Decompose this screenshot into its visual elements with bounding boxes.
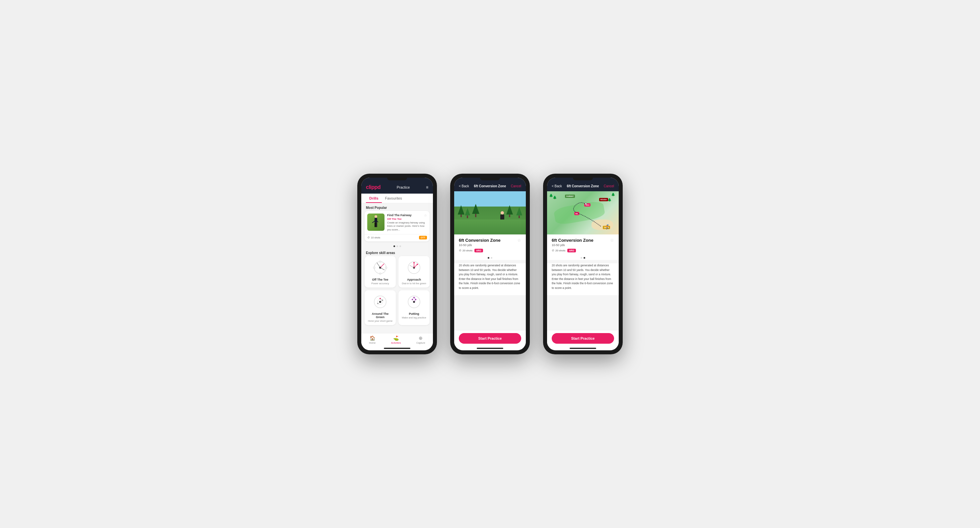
start-practice-button-2[interactable]: Start Practice bbox=[459, 333, 521, 344]
clock-icon: ⏱ bbox=[367, 236, 370, 239]
skill-card-approach[interactable]: Approach Dial-in to hit the green bbox=[398, 256, 430, 287]
drill-meta-3: ⏱ 20 shots ARG bbox=[552, 249, 614, 252]
skill-card-off-the-tee[interactable]: Off The Tee Power accuracy bbox=[364, 256, 396, 287]
start-practice-section-3: Start Practice bbox=[547, 330, 619, 346]
tree-1 bbox=[458, 205, 465, 217]
explore-label: Explore skill areas bbox=[361, 249, 433, 256]
golf-scene bbox=[454, 191, 526, 234]
map-golfer: 🏌️ bbox=[605, 224, 611, 230]
app-logo: clippd bbox=[366, 184, 380, 190]
start-practice-button-3[interactable]: Start Practice bbox=[552, 333, 614, 344]
svg-point-20 bbox=[414, 262, 415, 263]
spacer-3 bbox=[547, 260, 619, 263]
drill-header-title-3: 6ft Conversion Zone bbox=[567, 184, 599, 188]
svg-rect-5 bbox=[376, 222, 377, 227]
favourite-star-2[interactable]: ☆ bbox=[517, 238, 521, 243]
main-content: Most Popular bbox=[361, 203, 433, 333]
back-button-3[interactable]: < Back bbox=[552, 184, 562, 188]
home-indicator-2 bbox=[477, 348, 503, 349]
featured-drill-card[interactable]: Find The Fairway Off The Tee ☆ Create an… bbox=[364, 211, 430, 241]
s3-dot-1 bbox=[581, 257, 582, 259]
svg-rect-4 bbox=[375, 222, 376, 227]
nav-activities-label: Activities bbox=[391, 341, 401, 345]
golfer-icon bbox=[371, 215, 381, 230]
s2-dot-1 bbox=[488, 257, 489, 259]
drill-meta-2: ⏱ 20 shots ARG bbox=[459, 249, 521, 252]
skill-name-putting: Putting bbox=[409, 312, 419, 316]
cancel-button-3[interactable]: Cancel bbox=[604, 184, 614, 188]
svg-line-18 bbox=[414, 264, 417, 268]
phone-notch bbox=[387, 178, 407, 180]
drill-card-description: Create an imaginary fairway using trees … bbox=[387, 221, 427, 232]
skill-card-around-green[interactable]: Around The Green Hone your short game bbox=[364, 290, 396, 325]
skill-sub-ott: Power accuracy bbox=[371, 282, 389, 285]
most-popular-label: Most Popular bbox=[361, 203, 433, 211]
shots-info-2: ⏱ 20 shots bbox=[459, 249, 473, 252]
cancel-button-2[interactable]: Cancel bbox=[511, 184, 521, 188]
hamburger-icon[interactable]: ≡ bbox=[426, 185, 428, 190]
drill-range-3: 10-50 yds bbox=[552, 243, 593, 247]
golf-map: 🌲 🌲 🌲 🌲 FAIRWAY ROUGH SAND Miss Hit bbox=[547, 191, 619, 234]
skill-name-ott: Off The Tee bbox=[372, 278, 388, 281]
tree-2 bbox=[465, 208, 470, 218]
home-indicator bbox=[384, 348, 410, 349]
svg-point-21 bbox=[417, 264, 418, 265]
drill-hero-image-2 bbox=[454, 191, 526, 234]
drill-range-2: 10-50 yds bbox=[459, 243, 501, 247]
svg-point-27 bbox=[377, 303, 379, 304]
svg-point-38 bbox=[585, 203, 587, 204]
svg-line-19 bbox=[410, 265, 414, 268]
drill-description-3: 20 shots are randomly generated at dista… bbox=[547, 263, 619, 295]
drill-card-subtitle: Off The Tee bbox=[387, 217, 412, 220]
home-indicator-3 bbox=[570, 348, 596, 349]
drill-header-title-2: 6ft Conversion Zone bbox=[474, 184, 506, 188]
tab-favourites[interactable]: Favourites bbox=[382, 194, 406, 203]
around-green-icon bbox=[372, 294, 388, 310]
phone-notch-3 bbox=[573, 178, 593, 180]
favourite-star-3[interactable]: ☆ bbox=[610, 238, 614, 243]
drill-description-2: 20 shots are randomly generated at dista… bbox=[454, 263, 526, 295]
skill-name-approach: Approach bbox=[407, 278, 421, 281]
back-button-2[interactable]: < Back bbox=[459, 184, 469, 188]
clock-icon-2: ⏱ bbox=[459, 249, 461, 252]
tree-4 bbox=[516, 207, 522, 218]
nav-home[interactable]: 🏠 Home bbox=[369, 335, 375, 345]
drill-title-2: 6ft Conversion Zone bbox=[459, 238, 501, 243]
green-ground bbox=[454, 220, 526, 235]
phone-screen-3: < Back 6ft Conversion Zone Cancel 🌲 🌲 🌲 … bbox=[543, 174, 623, 354]
svg-line-35 bbox=[414, 298, 416, 300]
phone-notch-2 bbox=[480, 178, 500, 180]
activities-icon: ⛳ bbox=[393, 335, 399, 341]
svg-line-12 bbox=[380, 264, 384, 268]
drill-card-title: Find The Fairway bbox=[387, 214, 412, 217]
shots-info-3: ⏱ 20 shots bbox=[552, 249, 565, 252]
drill-card-info: Find The Fairway Off The Tee ☆ Create an… bbox=[387, 214, 427, 231]
drill-info-2: 6ft Conversion Zone 10-50 yds ☆ ⏱ 20 sho… bbox=[454, 234, 526, 255]
svg-line-14 bbox=[380, 268, 385, 270]
off-tee-icon bbox=[372, 259, 388, 276]
tab-drills[interactable]: Drills bbox=[366, 194, 382, 203]
nav-activities[interactable]: ⛳ Activities bbox=[391, 335, 401, 345]
spacer-2 bbox=[454, 260, 526, 263]
shots-label: ⏱ 10 shots bbox=[367, 236, 380, 239]
s2-dot-2 bbox=[491, 257, 492, 259]
skill-card-putting[interactable]: Putting Make and lag practice bbox=[398, 290, 430, 325]
drill-content-2: 6ft Conversion Zone 10-50 yds ☆ ⏱ 20 sho… bbox=[454, 234, 526, 330]
dot-3 bbox=[399, 246, 401, 247]
skill-areas-grid: Off The Tee Power accuracy Approach bbox=[361, 256, 433, 328]
capture-icon: ⊕ bbox=[419, 335, 423, 341]
drill-hero-map: 🌲 🌲 🌲 🌲 FAIRWAY ROUGH SAND Miss Hit bbox=[547, 191, 619, 234]
s3-dot-2 bbox=[584, 257, 585, 259]
clock-icon-3: ⏱ bbox=[552, 249, 554, 252]
dot-1 bbox=[393, 246, 395, 247]
ott-badge: OTT bbox=[419, 236, 427, 239]
nav-capture[interactable]: ⊕ Capture bbox=[416, 335, 425, 345]
carousel-dots-2 bbox=[454, 255, 526, 260]
drill-card-image bbox=[367, 214, 385, 231]
skill-name-atg: Around The Green bbox=[367, 312, 393, 319]
skill-sub-approach: Dial-in to hit the green bbox=[402, 282, 426, 285]
favourite-star-icon[interactable]: ☆ bbox=[424, 214, 427, 217]
start-practice-section-2: Start Practice bbox=[454, 330, 526, 346]
header-title: Practice bbox=[397, 185, 410, 189]
nav-capture-label: Capture bbox=[416, 341, 425, 345]
